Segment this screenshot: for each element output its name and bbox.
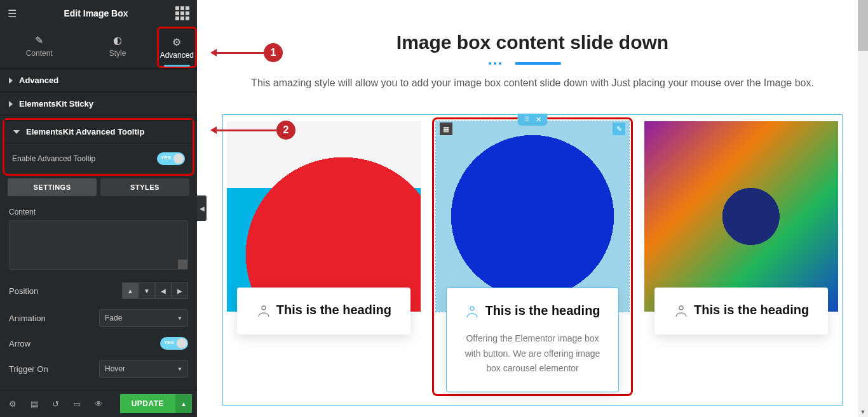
elementor-sidebar: ☰ Edit Image Box ✎Content ◐Style ⚙Advanc… bbox=[0, 0, 197, 417]
position-down[interactable]: ▼ bbox=[139, 282, 155, 299]
section-tooltip[interactable]: ElementsKit Advanced Tooltip bbox=[4, 120, 193, 143]
annotation-number: 2 bbox=[276, 121, 295, 140]
tab-content[interactable]: ✎Content bbox=[0, 27, 78, 68]
card-panel: This is the heading Offering the Element… bbox=[446, 288, 620, 392]
card-image bbox=[227, 121, 421, 312]
card-panel: This is the heading bbox=[237, 288, 410, 334]
enable-tooltip-label: Enable Advanced Tooltip bbox=[12, 154, 95, 163]
close-icon[interactable]: ✕ bbox=[536, 116, 541, 124]
image-box-card[interactable]: This is the heading bbox=[644, 121, 838, 392]
preview-area: Image box content slide down This amazin… bbox=[197, 0, 868, 417]
tab-advanced[interactable]: ⚙Advanced bbox=[160, 29, 194, 66]
cards-section[interactable]: This is the heading ⠿✕ ▦ ✎ This is the h… bbox=[222, 114, 843, 406]
enable-tooltip-row: Enable Advanced Tooltip YES bbox=[4, 143, 193, 174]
svg-point-1 bbox=[470, 307, 474, 310]
sidebar-title: Edit Image Box bbox=[64, 8, 128, 18]
svg-point-0 bbox=[262, 306, 266, 310]
position-buttons: ▲ ▼ ◀ ▶ bbox=[122, 282, 188, 299]
people-icon bbox=[465, 305, 480, 320]
tab-style[interactable]: ◐Style bbox=[78, 27, 156, 68]
scroll-thumb[interactable] bbox=[858, 0, 868, 51]
position-right[interactable]: ▶ bbox=[172, 282, 188, 299]
pencil-icon: ✎ bbox=[0, 34, 78, 46]
people-icon bbox=[674, 304, 689, 319]
content-label: Content bbox=[9, 208, 188, 216]
position-left[interactable]: ◀ bbox=[155, 282, 172, 299]
page-scrollbar[interactable]: ▲ ▼ bbox=[858, 0, 868, 417]
trigger-label: Trigger On bbox=[9, 364, 48, 374]
navigator-icon[interactable]: ▤ bbox=[27, 397, 42, 411]
svg-point-2 bbox=[679, 306, 683, 310]
position-label: Position bbox=[9, 286, 38, 296]
responsive-icon[interactable]: ▭ bbox=[69, 397, 85, 411]
caret-right-icon bbox=[9, 77, 13, 84]
apps-icon[interactable] bbox=[175, 6, 189, 20]
content-textarea[interactable] bbox=[9, 220, 188, 270]
settings-icon[interactable]: ⚙ bbox=[5, 397, 20, 411]
annotation-2: 2 bbox=[213, 121, 295, 140]
animation-row: Animation Fade▼ bbox=[0, 304, 197, 332]
position-up[interactable]: ▲ bbox=[122, 282, 139, 299]
card-heading: This is the heading bbox=[694, 303, 809, 317]
people-icon bbox=[256, 304, 271, 319]
tooltip-panel-highlight: ElementsKit Advanced Tooltip Enable Adva… bbox=[3, 118, 194, 176]
annotation-1: 1 bbox=[213, 43, 283, 62]
animation-label: Animation bbox=[9, 314, 46, 323]
chevron-down-icon: ▼ bbox=[177, 315, 182, 321]
settings-styles-tabs: SETTINGS STYLES bbox=[0, 178, 197, 196]
card-heading: This is the heading bbox=[276, 303, 391, 317]
settings-tab[interactable]: SETTINGS bbox=[8, 178, 97, 196]
menu-icon[interactable]: ☰ bbox=[8, 8, 17, 20]
arrow-row: Arrow YES bbox=[0, 332, 197, 355]
section-sticky[interactable]: ElementsKit Sticky bbox=[0, 92, 197, 116]
annotation-number: 1 bbox=[264, 43, 283, 62]
sidebar-header: ☰ Edit Image Box bbox=[0, 0, 197, 27]
title-divider bbox=[504, 62, 561, 65]
caret-down-icon bbox=[13, 130, 20, 134]
element-edit-right[interactable]: ✎ bbox=[613, 122, 625, 135]
drag-icon[interactable]: ⠿ bbox=[524, 116, 529, 124]
history-icon[interactable]: ↺ bbox=[48, 397, 63, 411]
animation-select[interactable]: Fade▼ bbox=[99, 309, 188, 327]
arrow-label: Arrow bbox=[9, 339, 31, 348]
gear-icon: ⚙ bbox=[160, 36, 194, 48]
enable-tooltip-toggle[interactable]: YES bbox=[157, 152, 185, 165]
image-box-card-selected[interactable]: ⠿✕ ▦ ✎ This is the heading Offering the … bbox=[436, 121, 630, 392]
card-image bbox=[436, 121, 630, 312]
trigger-select[interactable]: Hover▼ bbox=[99, 360, 188, 378]
image-box-card[interactable]: This is the heading bbox=[227, 121, 421, 392]
element-edit-left[interactable]: ▦ bbox=[440, 122, 452, 135]
chevron-down-icon: ▼ bbox=[177, 366, 182, 372]
styles-tab[interactable]: STYLES bbox=[100, 178, 189, 196]
update-dropdown[interactable]: ▲ bbox=[175, 394, 192, 413]
trigger-row: Trigger On Hover▼ bbox=[0, 355, 197, 383]
element-handle[interactable]: ⠿✕ bbox=[518, 114, 548, 126]
page-title: Image box content slide down bbox=[222, 32, 843, 53]
page-subtitle: This amazing style will allow you to add… bbox=[222, 77, 843, 89]
update-button[interactable]: UPDATE bbox=[120, 394, 175, 413]
sidebar-footer: ⚙ ▤ ↺ ▭ 👁 UPDATE ▲ bbox=[0, 390, 197, 417]
caret-right-icon bbox=[9, 101, 13, 107]
card-panel: This is the heading bbox=[654, 288, 828, 334]
card-heading: This is the heading bbox=[485, 303, 600, 317]
contrast-icon: ◐ bbox=[78, 34, 156, 46]
card-image bbox=[644, 121, 838, 312]
preview-icon[interactable]: 👁 bbox=[91, 397, 107, 411]
section-advanced[interactable]: Advanced bbox=[0, 69, 197, 92]
content-field: Content bbox=[0, 202, 197, 277]
editor-tabs: ✎Content ◐Style ⚙Advanced bbox=[0, 27, 197, 69]
scroll-down-icon[interactable]: ▼ bbox=[858, 407, 868, 417]
arrow-toggle[interactable]: YES bbox=[160, 337, 188, 350]
card-description: Offering the Elementor image box with bu… bbox=[458, 331, 607, 376]
position-row: Position ▲ ▼ ◀ ▶ bbox=[0, 277, 197, 304]
